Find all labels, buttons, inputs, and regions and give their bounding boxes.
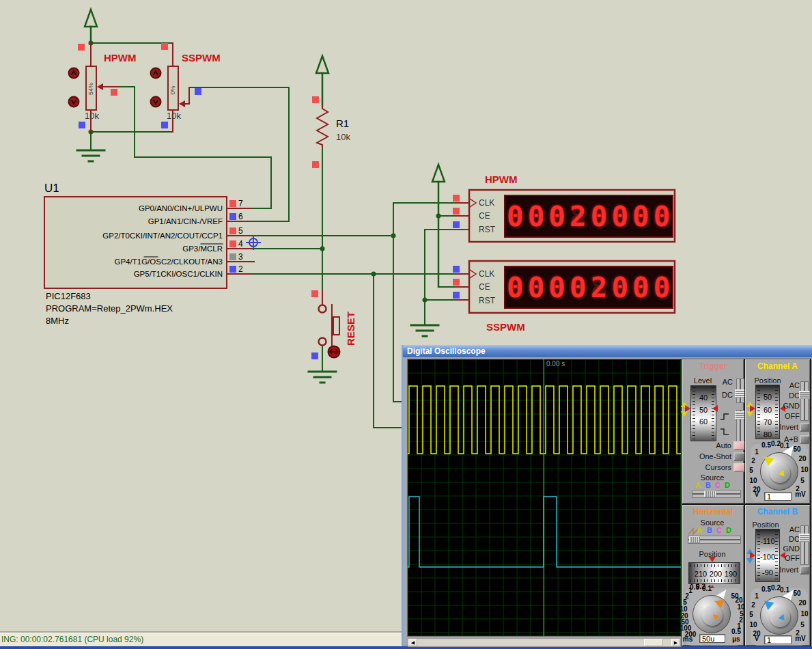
channel-b-position-gauge[interactable]: -110 -100 -90 [755,529,780,582]
dial-scale-label: 10 [749,621,757,629]
source-c-label: C [716,526,722,534]
counter-sspwm-value: 00002000 [507,269,671,306]
dial-scale-label: 5 [749,467,753,474]
channel-a-position-gauge[interactable]: 50 60 70 80 [755,385,780,439]
horizontal-title: Horizontal [682,507,744,516]
window-bottom-edge [0,646,812,649]
mcu-ref: U1 [44,182,59,195]
trigger-source-handle[interactable] [704,491,716,497]
source-b-label: B [707,526,712,534]
status-bar: ING: 00:00:02.761681 (CPU load 92%) [0,633,402,646]
source-d-label: D [726,526,731,534]
trigger-source-label: Source [701,473,725,482]
falling-edge-icon [719,427,730,439]
gauge-tick: 80 [756,430,779,439]
rising-edge-icon [719,412,730,424]
gauge-tick: 50 [756,393,779,401]
channel-b-coupling-slider[interactable] [800,525,809,565]
horizontal-source-handle[interactable] [689,536,700,543]
channel-b-position-label: Position [752,521,779,529]
trigger-dc-label: DC [722,391,733,399]
position-marker-top [709,557,716,562]
mcu-pin-num: 7 [238,199,243,208]
channel-a-coupling-slider[interactable] [800,381,809,421]
dial-scale-label: 0.2 [771,440,781,447]
timebase-scrollbar[interactable]: ◀ ▶ [408,638,681,647]
trigger-level-gauge[interactable]: 40 50 60 [690,385,716,441]
mcu-pin-num: 6 [238,212,243,221]
mcu-pin-num: 3 [238,252,243,262]
dial-scale-label: 50 [793,445,800,453]
oscilloscope-titlebar[interactable]: Digital Oscilloscope [403,345,812,357]
level-marker-right [712,405,718,412]
oscilloscope-window: Digital Oscilloscope 0.00 s ◀ ▶ Trigger … [402,345,812,646]
horizontal-value-box[interactable]: 50u [699,634,725,643]
channel-a-aplusb-button[interactable] [800,435,810,444]
simulation-status-text: ING: 00:00:02.761681 (CPU load 92%) [1,635,143,644]
cursor-time-label: 0.00 s [546,360,565,368]
channel-b-title: Channel B [745,507,810,516]
oscilloscope-screen: 0.00 s [408,359,681,636]
dial-scale-label: 5 [800,477,804,484]
mcu-pin-name: GP2/T0CKI/INT/AN2/COUT/CCP1 [102,232,223,240]
trigger-down-arrow-icon[interactable] [681,411,688,417]
dial-scale-label: mV [795,491,806,498]
channel-b-invert-button[interactable] [800,566,810,575]
channel-a-title: Channel A [745,361,810,371]
dial-scale-label: 5 [800,621,804,629]
channel-a-coupling-handle[interactable] [799,391,810,399]
position-marker-left [750,552,755,559]
scroll-thumb[interactable] [644,639,663,646]
one-shot-label: One-Shot [699,452,731,460]
channel-a-invert-button[interactable] [800,423,810,432]
dial-scale-label: 0.5 [731,628,741,635]
reset-label: RESET [345,312,356,346]
resistor-r1[interactable] [317,106,328,147]
gauge-tick: -90 [756,568,779,577]
counter-pin-label: CE [479,282,490,292]
pot-wiper-percent: 54% [87,83,94,95]
channel-b-down-arrow-icon[interactable] [746,558,753,564]
gauge-tick: -110 [756,537,779,545]
counter-pin-label: RST [479,225,496,234]
proteus-workspace: 54% 0% [0,0,812,649]
gauge-tick: -100 [756,553,779,561]
dial-scale-label: 2 [751,457,755,465]
reset-actuator[interactable] [328,346,340,358]
channel-b-value-box[interactable]: 1 [764,635,792,644]
channel-a-down-arrow-icon[interactable] [746,411,753,417]
pot-label-sspwm: SSPWM [182,52,221,64]
dial-scale-label: µs [732,635,740,643]
channel-a-value-box[interactable]: 1 [764,492,792,501]
gauge-tick: 210 [695,570,707,578]
mcu-pin-num: 4 [238,239,243,249]
channel-a-dc-label: DC [789,391,800,400]
wire-cursor-icon [247,236,260,249]
reset-push-button[interactable] [319,305,340,346]
mcu-pin-name: GP5/T1CKI/OSC1/CLKIN [134,270,223,278]
channel-a-invert-label: Invert [779,423,798,431]
scroll-right-button[interactable]: ▶ [671,639,680,646]
channel-b-coupling-handle[interactable] [799,534,810,542]
dial-scale-label: 10 [800,610,808,618]
horizontal-position-gauge[interactable]: 210 200 190 [688,562,740,584]
channel-a-gnd-label: GND [783,402,800,410]
dial-scale-label: 0.2 [771,584,781,592]
potentiometer-hpwm[interactable]: 54% [86,66,103,110]
dial-scale-label: 1 [755,592,759,600]
mcu-clock: 8MHz [46,316,69,326]
horizontal-knob-mark [712,614,719,621]
auto-label: Auto [716,441,731,450]
dial-scale-label: 0.1 [780,586,789,594]
resistor-value: 10k [336,132,350,142]
dial-scale-label: 0.1 [780,442,789,450]
counter-label-sspwm: SSPWM [486,321,525,333]
trigger-source-slider[interactable] [692,490,741,498]
mcu-pin-num: 5 [238,226,243,236]
channel-b-off-label: OFF [785,554,800,562]
gauge-tick: 60 [756,406,779,414]
source-b-label: B [705,481,711,489]
dial-scale-label: 20 [798,455,806,462]
scroll-left-button[interactable]: ◀ [408,639,417,646]
potentiometer-sspwm[interactable]: 0% [168,66,185,110]
